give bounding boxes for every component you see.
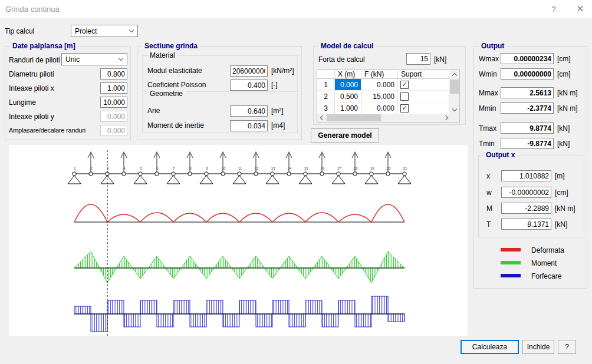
cell-suport (398, 91, 449, 102)
svg-text:19: 19 (370, 167, 374, 170)
suport-checkbox[interactable]: ✓ (400, 81, 409, 89)
coeficient-poisson-input[interactable] (230, 80, 268, 91)
table-row[interactable]: 2 0.500 15.000 (317, 91, 459, 102)
tmax-unit: [kN] (557, 124, 570, 133)
cell-suport: ✓ (398, 102, 449, 114)
group-title: Model de calcul (318, 42, 376, 51)
svg-text:11: 11 (238, 167, 242, 170)
scrollbar-corner (449, 114, 459, 122)
group-output: Output Wmax [cm] Wmin [cm] Mmax [kN m] M… (473, 46, 587, 289)
mmax-label: Mmax (479, 89, 498, 97)
header-num (317, 70, 335, 78)
help-button[interactable]: ? (558, 340, 576, 354)
row-num: 2 (317, 91, 335, 102)
generare-model-button[interactable]: Generare model (311, 128, 379, 143)
wmax-unit: [cm] (557, 55, 571, 63)
table-row[interactable]: 1 0.000 0.000 ✓ (317, 79, 459, 91)
x-unit: [m] (555, 172, 565, 180)
help-titlebar-button[interactable]: ? (544, 1, 563, 16)
svg-text:9: 9 (206, 167, 208, 170)
svg-text:7: 7 (173, 167, 175, 170)
randuri-piloti-select[interactable]: Unic (61, 53, 127, 65)
table-vertical-scrollbar[interactable] (449, 70, 459, 114)
header-x: X (m) (335, 70, 361, 78)
svg-text:2: 2 (90, 167, 93, 170)
suport-checkbox[interactable] (400, 92, 409, 101)
svg-text:20: 20 (387, 167, 391, 170)
close-icon[interactable]: ✕ (571, 1, 590, 16)
cell-x[interactable]: 1.000 (335, 102, 361, 114)
forta-de-calcul-input[interactable] (406, 53, 430, 65)
table-row[interactable]: 3 1.000 0.000 ✓ (317, 102, 459, 114)
svg-text:5: 5 (140, 167, 142, 170)
group-date-palplansa: Date palplansa [m] Randuri de piloti Uni… (5, 46, 131, 140)
svg-text:1: 1 (74, 167, 76, 170)
wmin-unit: [cm] (557, 70, 571, 78)
wmax-input (501, 53, 554, 64)
cell-x[interactable]: 0.000 (335, 79, 361, 91)
svg-text:4: 4 (123, 167, 126, 170)
cell-x[interactable]: 0.500 (335, 91, 361, 102)
arie-input[interactable] (230, 105, 268, 117)
m-unit: [kN m] (555, 204, 575, 213)
diagram-canvas[interactable]: 123456789101112131415161718192021 (9, 145, 468, 336)
mmin-input (501, 102, 554, 114)
scrollbar-thumb[interactable] (327, 114, 381, 121)
group-output-x: Output x x [m] w [cm] M [kN m] T [kN] (478, 155, 584, 237)
scroll-left-icon[interactable] (317, 114, 326, 122)
diametru-piloti-input[interactable] (100, 68, 127, 80)
table-horizontal-scrollbar[interactable] (317, 114, 450, 122)
model-table[interactable]: X (m) F (kN) Suport 1 0.000 0.000 ✓ 2 0.… (317, 70, 460, 123)
inteaxe-piloti-x-input[interactable] (100, 82, 127, 94)
cell-suport: ✓ (398, 79, 449, 91)
tmax-input (501, 123, 554, 134)
svg-text:12: 12 (255, 167, 259, 170)
suport-checkbox[interactable]: ✓ (400, 104, 409, 112)
dialog-grinda-continua: Grinda continua ? ✕ Tip calcul Proiect D… (0, 0, 592, 364)
diametru-piloti-label: Diametru piloti (9, 70, 54, 78)
svg-text:6: 6 (156, 167, 159, 170)
subgroup-geometrie: Geometrie Arie [m²] Moment de inertie [m… (142, 94, 298, 133)
x-input[interactable] (501, 170, 551, 181)
cell-f[interactable]: 0.000 (361, 102, 398, 114)
scroll-down-icon[interactable] (449, 105, 459, 114)
svg-text:18: 18 (354, 167, 358, 170)
tmin-unit: [kN] (557, 140, 570, 148)
lungime-label: Lungime (9, 98, 36, 107)
modul-elasticitate-label: Modul elasticitate (147, 67, 202, 75)
mmin-label: Mmin (479, 104, 496, 112)
coeficient-poisson-label: Coeficient Poisson (147, 81, 206, 89)
wmax-label: Wmax (479, 55, 499, 63)
modul-elasticitate-input[interactable] (230, 65, 268, 77)
moment-inertie-input[interactable] (230, 120, 268, 131)
row-num: 3 (317, 102, 335, 114)
group-title: Output (479, 42, 507, 51)
cell-f[interactable]: 0.000 (361, 79, 398, 91)
x-label: x (486, 172, 490, 180)
deformata-legend-swatch (501, 248, 521, 252)
wmin-input (501, 68, 554, 80)
modul-elasticitate-unit: [kN/m²] (271, 67, 294, 75)
titlebar: Grinda continua ? ✕ (0, 0, 592, 18)
tip-calcul-value: Proiect (75, 27, 97, 35)
forfecare-legend-swatch (501, 274, 521, 277)
deformata-curve (74, 204, 404, 222)
inteaxe-piloti-y-input (100, 111, 127, 122)
moment-inertie-unit: [m4] (271, 121, 285, 130)
calculeaza-button[interactable]: Calculeaza (461, 340, 519, 354)
svg-text:8: 8 (189, 167, 192, 170)
scroll-up-icon[interactable] (449, 70, 459, 79)
mmax-input (501, 87, 554, 98)
inchide-button[interactable]: Inchide (522, 340, 554, 354)
mmin-unit: [kN m] (557, 104, 578, 112)
lungime-input[interactable] (100, 97, 127, 108)
moment-legend-swatch (501, 261, 521, 264)
svg-text:10: 10 (222, 167, 226, 170)
m-input (501, 203, 551, 214)
scrollbar-thumb[interactable] (450, 80, 459, 94)
forfecare-legend-label: Forfecare (531, 272, 561, 280)
cell-f[interactable]: 15.000 (361, 91, 398, 102)
tip-calcul-select[interactable]: Proiect (71, 25, 138, 37)
svg-text:17: 17 (337, 167, 341, 170)
moment-diagram (74, 252, 404, 283)
